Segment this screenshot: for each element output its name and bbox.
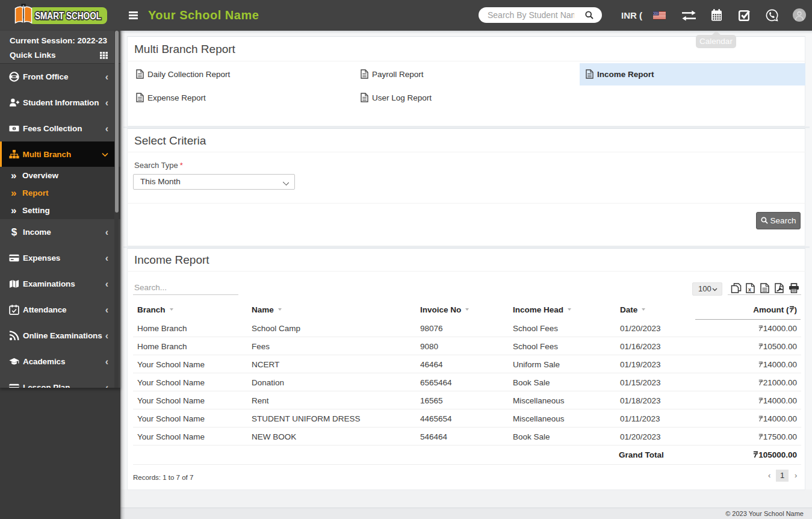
svg-text:SMART SCHOOL: SMART SCHOOL	[35, 11, 101, 21]
svg-text:x: x	[748, 287, 751, 293]
